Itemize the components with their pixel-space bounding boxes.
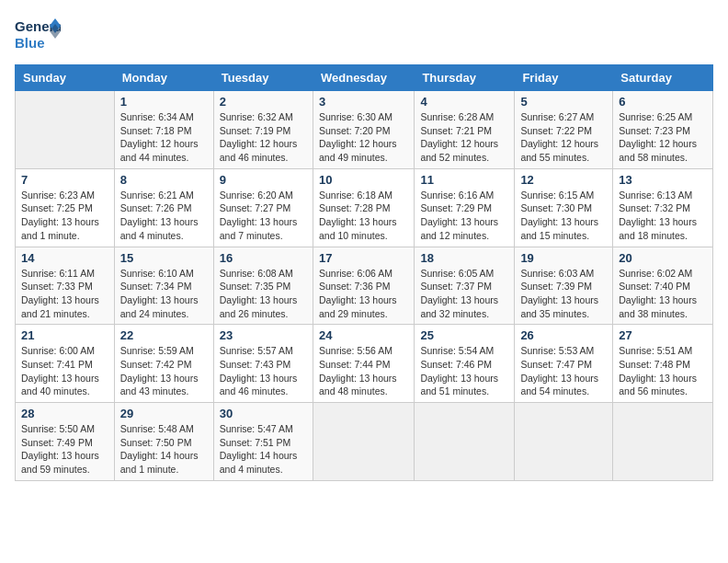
day-info: Sunrise: 6:03 AMSunset: 7:39 PMDaylight:…: [520, 267, 607, 321]
day-cell: 23Sunrise: 5:57 AMSunset: 7:43 PMDayligh…: [213, 325, 313, 403]
day-number: 6: [619, 95, 707, 109]
day-number: 7: [21, 173, 108, 187]
logo-svg: General Blue: [15, 15, 61, 55]
week-row-5: 28Sunrise: 5:50 AMSunset: 7:49 PMDayligh…: [16, 403, 713, 481]
day-info: Sunrise: 6:00 AMSunset: 7:41 PMDaylight:…: [21, 344, 108, 398]
day-info: Sunrise: 6:21 AMSunset: 7:26 PMDaylight:…: [120, 189, 208, 243]
day-info: Sunrise: 6:05 AMSunset: 7:37 PMDaylight:…: [420, 267, 508, 321]
day-cell: [16, 91, 115, 169]
day-number: 26: [520, 328, 607, 342]
day-cell: 3Sunrise: 6:30 AMSunset: 7:20 PMDaylight…: [313, 91, 414, 169]
day-number: 19: [520, 251, 607, 265]
header-cell-thursday: Thursday: [415, 65, 515, 91]
day-info: Sunrise: 6:30 AMSunset: 7:20 PMDaylight:…: [319, 110, 408, 165]
day-info: Sunrise: 5:48 AMSunset: 7:50 PMDaylight:…: [120, 422, 208, 477]
day-cell: [415, 403, 515, 481]
day-cell: 25Sunrise: 5:54 AMSunset: 7:46 PMDayligh…: [415, 325, 515, 403]
day-info: Sunrise: 6:25 AMSunset: 7:23 PMDaylight:…: [619, 110, 707, 165]
day-number: 28: [21, 407, 108, 420]
header-cell-sunday: Sunday: [16, 65, 115, 91]
header-cell-wednesday: Wednesday: [313, 65, 414, 91]
day-info: Sunrise: 6:08 AMSunset: 7:35 PMDaylight:…: [220, 267, 307, 321]
day-info: Sunrise: 6:10 AMSunset: 7:34 PMDaylight:…: [120, 267, 208, 321]
day-info: Sunrise: 5:54 AMSunset: 7:46 PMDaylight:…: [420, 344, 508, 398]
day-cell: 26Sunrise: 5:53 AMSunset: 7:47 PMDayligh…: [515, 325, 613, 403]
day-number: 27: [619, 328, 707, 342]
day-info: Sunrise: 5:50 AMSunset: 7:49 PMDaylight:…: [21, 422, 108, 477]
week-row-3: 14Sunrise: 6:11 AMSunset: 7:33 PMDayligh…: [16, 247, 713, 325]
day-cell: 13Sunrise: 6:13 AMSunset: 7:32 PMDayligh…: [613, 168, 713, 247]
day-cell: 11Sunrise: 6:16 AMSunset: 7:29 PMDayligh…: [415, 168, 515, 247]
day-cell: 1Sunrise: 6:34 AMSunset: 7:18 PMDaylight…: [114, 91, 213, 169]
day-info: Sunrise: 6:13 AMSunset: 7:32 PMDaylight:…: [619, 189, 707, 243]
day-number: 16: [220, 251, 307, 265]
week-row-2: 7Sunrise: 6:23 AMSunset: 7:25 PMDaylight…: [16, 168, 713, 247]
day-number: 20: [619, 251, 707, 265]
day-info: Sunrise: 5:51 AMSunset: 7:48 PMDaylight:…: [619, 344, 707, 398]
day-cell: 30Sunrise: 5:47 AMSunset: 7:51 PMDayligh…: [213, 403, 313, 481]
day-cell: 10Sunrise: 6:18 AMSunset: 7:28 PMDayligh…: [313, 168, 414, 247]
day-number: 17: [319, 251, 408, 265]
day-cell: [515, 403, 613, 481]
day-number: 15: [120, 251, 208, 265]
day-number: 13: [619, 173, 707, 187]
day-cell: 7Sunrise: 6:23 AMSunset: 7:25 PMDaylight…: [16, 168, 115, 247]
day-number: 3: [319, 95, 408, 109]
day-number: 10: [319, 173, 408, 187]
day-cell: 18Sunrise: 6:05 AMSunset: 7:37 PMDayligh…: [415, 247, 515, 325]
week-row-4: 21Sunrise: 6:00 AMSunset: 7:41 PMDayligh…: [16, 325, 713, 403]
day-cell: 8Sunrise: 6:21 AMSunset: 7:26 PMDaylight…: [114, 168, 213, 247]
header-cell-tuesday: Tuesday: [213, 65, 313, 91]
day-number: 18: [420, 251, 508, 265]
day-number: 23: [220, 328, 307, 342]
day-info: Sunrise: 6:16 AMSunset: 7:29 PMDaylight:…: [420, 189, 508, 243]
header-cell-monday: Monday: [114, 65, 213, 91]
day-number: 22: [120, 328, 208, 342]
day-info: Sunrise: 5:59 AMSunset: 7:42 PMDaylight:…: [120, 344, 208, 398]
day-cell: 20Sunrise: 6:02 AMSunset: 7:40 PMDayligh…: [613, 247, 713, 325]
day-cell: [313, 403, 414, 481]
day-info: Sunrise: 5:56 AMSunset: 7:44 PMDaylight:…: [319, 344, 408, 398]
week-row-1: 1Sunrise: 6:34 AMSunset: 7:18 PMDaylight…: [16, 91, 713, 169]
day-number: 24: [319, 328, 408, 342]
day-cell: 24Sunrise: 5:56 AMSunset: 7:44 PMDayligh…: [313, 325, 414, 403]
day-number: 21: [21, 328, 108, 342]
logo: General Blue: [15, 15, 61, 55]
day-info: Sunrise: 6:06 AMSunset: 7:36 PMDaylight:…: [319, 267, 408, 321]
day-number: 1: [120, 95, 208, 109]
day-cell: 28Sunrise: 5:50 AMSunset: 7:49 PMDayligh…: [16, 403, 115, 481]
page-header: General Blue: [15, 15, 713, 55]
day-cell: 19Sunrise: 6:03 AMSunset: 7:39 PMDayligh…: [515, 247, 613, 325]
day-info: Sunrise: 5:53 AMSunset: 7:47 PMDaylight:…: [520, 344, 607, 398]
day-cell: 14Sunrise: 6:11 AMSunset: 7:33 PMDayligh…: [16, 247, 115, 325]
day-number: 9: [220, 173, 307, 187]
day-info: Sunrise: 6:34 AMSunset: 7:18 PMDaylight:…: [120, 110, 208, 165]
day-cell: 16Sunrise: 6:08 AMSunset: 7:35 PMDayligh…: [213, 247, 313, 325]
day-number: 29: [120, 407, 208, 420]
day-number: 5: [520, 95, 607, 109]
day-info: Sunrise: 6:23 AMSunset: 7:25 PMDaylight:…: [21, 189, 108, 243]
day-number: 4: [420, 95, 508, 109]
day-info: Sunrise: 6:18 AMSunset: 7:28 PMDaylight:…: [319, 189, 408, 243]
day-number: 8: [120, 173, 208, 187]
day-info: Sunrise: 6:15 AMSunset: 7:30 PMDaylight:…: [520, 189, 607, 243]
day-cell: 9Sunrise: 6:20 AMSunset: 7:27 PMDaylight…: [213, 168, 313, 247]
day-cell: [613, 403, 713, 481]
day-number: 30: [220, 407, 307, 420]
day-cell: 5Sunrise: 6:27 AMSunset: 7:22 PMDaylight…: [515, 91, 613, 169]
calendar-table: SundayMondayTuesdayWednesdayThursdayFrid…: [15, 64, 713, 481]
day-info: Sunrise: 6:28 AMSunset: 7:21 PMDaylight:…: [420, 110, 508, 165]
day-cell: 15Sunrise: 6:10 AMSunset: 7:34 PMDayligh…: [114, 247, 213, 325]
day-number: 25: [420, 328, 508, 342]
day-cell: 2Sunrise: 6:32 AMSunset: 7:19 PMDaylight…: [213, 91, 313, 169]
day-cell: 12Sunrise: 6:15 AMSunset: 7:30 PMDayligh…: [515, 168, 613, 247]
day-info: Sunrise: 5:57 AMSunset: 7:43 PMDaylight:…: [220, 344, 307, 398]
day-number: 14: [21, 251, 108, 265]
header-cell-friday: Friday: [515, 65, 613, 91]
header-row: SundayMondayTuesdayWednesdayThursdayFrid…: [16, 65, 713, 91]
day-info: Sunrise: 6:20 AMSunset: 7:27 PMDaylight:…: [220, 189, 307, 243]
day-cell: 6Sunrise: 6:25 AMSunset: 7:23 PMDaylight…: [613, 91, 713, 169]
day-info: Sunrise: 6:27 AMSunset: 7:22 PMDaylight:…: [520, 110, 607, 165]
day-cell: 27Sunrise: 5:51 AMSunset: 7:48 PMDayligh…: [613, 325, 713, 403]
day-number: 11: [420, 173, 508, 187]
